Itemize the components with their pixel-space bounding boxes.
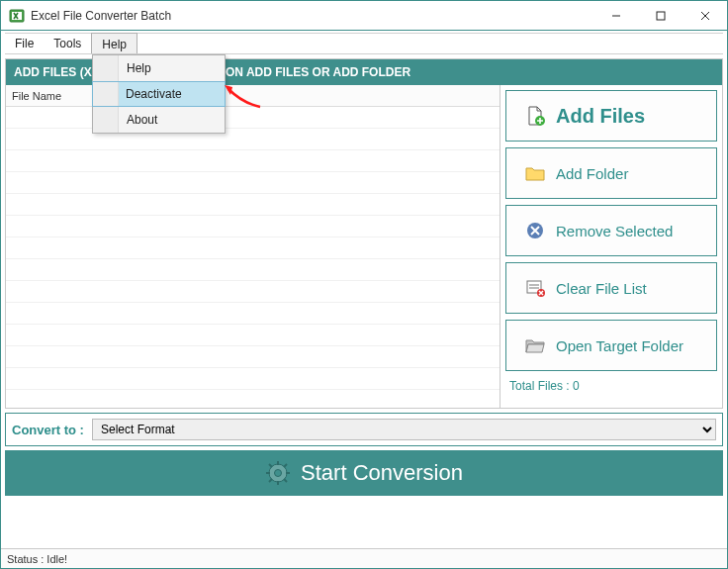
column-header-filename[interactable]: File Name [6, 85, 500, 107]
file-rows-area[interactable] [6, 107, 500, 408]
clear-list-icon [524, 277, 546, 299]
close-button[interactable] [682, 1, 727, 30]
file-grid: File Name [6, 85, 500, 408]
menu-file[interactable]: File [5, 34, 44, 53]
maximize-button[interactable] [638, 1, 682, 30]
total-files-label: Total Files : 0 [505, 377, 717, 395]
help-menu-about[interactable]: About [93, 107, 225, 133]
convert-to-label: Convert to : [12, 423, 84, 437]
svg-line-20 [284, 464, 287, 467]
menu-tools[interactable]: Tools [44, 34, 91, 53]
titlebar: Excel File Converter Batch [1, 1, 727, 31]
remove-selected-button[interactable]: Remove Selected [505, 205, 717, 256]
open-target-folder-button[interactable]: Open Target Folder [505, 320, 717, 371]
app-window: Excel File Converter Batch File Tools He… [0, 0, 728, 569]
help-menu-help[interactable]: Help [93, 55, 225, 81]
svg-point-13 [275, 470, 282, 477]
add-folder-button[interactable]: Add Folder [505, 147, 717, 199]
window-title: Excel File Converter Batch [31, 9, 593, 23]
minimize-button[interactable] [593, 1, 638, 30]
open-folder-icon [524, 334, 546, 356]
gear-icon [265, 460, 291, 486]
clear-file-list-button[interactable]: Clear File List [505, 262, 717, 314]
folder-icon [524, 162, 546, 184]
help-menu-deactivate[interactable]: Deactivate [92, 81, 226, 107]
start-conversion-button[interactable]: Start Conversion [5, 450, 723, 496]
menu-help[interactable]: Help [91, 33, 137, 53]
app-icon [9, 8, 25, 24]
add-files-button[interactable]: Add Files [505, 90, 717, 142]
status-text: Status : Idle! [7, 553, 67, 565]
status-bar: Status : Idle! [1, 548, 727, 568]
svg-rect-3 [657, 12, 665, 20]
svg-line-19 [284, 479, 287, 482]
remove-icon [524, 220, 546, 241]
svg-line-18 [269, 464, 272, 467]
action-sidebar: Add Files Add Folder Remove Selected [500, 85, 722, 408]
menubar: File Tools Help Help Deactivate About [5, 33, 723, 54]
format-select[interactable]: Select Format [92, 419, 716, 440]
svg-line-21 [269, 479, 272, 482]
help-dropdown: Help Deactivate About [92, 54, 226, 134]
convert-row: Convert to : Select Format [5, 413, 723, 446]
add-file-icon [524, 105, 546, 127]
